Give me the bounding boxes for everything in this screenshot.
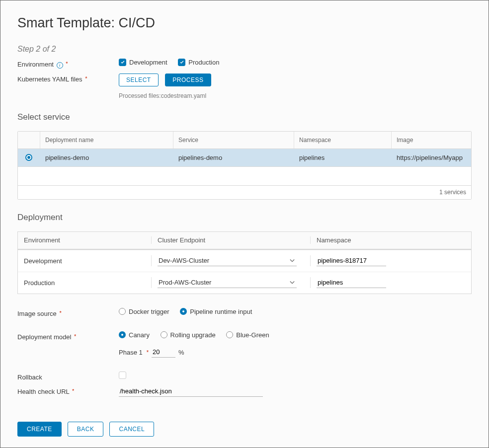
env-cell: Production	[18, 279, 151, 287]
table-row: Development Dev-AWS-Cluster	[18, 250, 471, 272]
blue-green-label: Blue-Green	[236, 331, 269, 339]
environment-options: Development Production	[119, 59, 228, 67]
info-icon[interactable]: i	[57, 62, 63, 69]
development-checkbox[interactable]: Development	[119, 59, 167, 66]
step-indicator: Step 2 of 2	[17, 45, 472, 54]
blue-green-radio[interactable]: Blue-Green	[226, 331, 269, 339]
rolling-upgrade-radio[interactable]: Rolling upgrade	[161, 331, 216, 339]
service-table: Deployment name Service Namespace Image …	[17, 131, 472, 200]
env-cell: Development	[18, 257, 151, 265]
process-button[interactable]: Process	[165, 74, 211, 86]
canary-radio[interactable]: Canary	[119, 331, 150, 339]
required-icon: *	[85, 75, 87, 81]
chevron-down-icon	[290, 280, 295, 285]
cell-image: https://pipelines/Myapp	[391, 149, 471, 166]
rollback-label: Rollback	[17, 372, 119, 381]
radio-icon	[119, 308, 126, 315]
cell-namespace: pipelines	[294, 149, 391, 166]
checkbox-icon	[178, 59, 185, 66]
select-button[interactable]: Select	[119, 74, 159, 86]
deployment-table: Environment Cluster Endpoint Namespace D…	[17, 231, 472, 294]
deployment-model-label: Deployment model *	[17, 331, 119, 341]
col-namespace[interactable]: Namespace	[294, 132, 391, 149]
percent-label: %	[178, 349, 184, 356]
canary-label: Canary	[129, 331, 150, 339]
create-button[interactable]: Create	[17, 422, 62, 437]
docker-trigger-radio[interactable]: Docker trigger	[119, 308, 169, 315]
table-row-empty	[18, 166, 471, 185]
environment-label-text: Environment	[17, 61, 54, 68]
health-check-row: Health check URL *	[17, 386, 472, 397]
yaml-controls: Select Process Processed files:codestrea…	[119, 74, 216, 99]
table-row[interactable]: pipelines-demo pipelines-demo pipelines …	[18, 149, 471, 166]
pipeline-runtime-radio[interactable]: Pipeline runtime input	[180, 308, 252, 315]
col-service[interactable]: Service	[173, 132, 294, 149]
yaml-label: Kubernetes YAML files *	[17, 74, 119, 83]
col-cluster: Cluster Endpoint	[151, 236, 310, 244]
chevron-down-icon	[290, 258, 295, 263]
cluster-select-dev[interactable]: Dev-AWS-Cluster	[158, 255, 297, 266]
radio-icon	[119, 331, 126, 338]
page-title: Smart Template: CI/CD	[17, 15, 472, 31]
cell-deployment: pipelines-demo	[40, 149, 173, 166]
image-source-row: Image source * Docker trigger Pipeline r…	[17, 308, 472, 317]
service-table-footer: 1 services	[18, 185, 471, 199]
phase-row: Phase 1 * %	[119, 347, 278, 358]
col-deployment-name[interactable]: Deployment name	[40, 132, 173, 149]
footer-actions: Create Back Cancel	[17, 422, 154, 437]
cell-service: pipelines-demo	[173, 149, 294, 166]
rollback-row: Rollback	[17, 372, 472, 381]
production-checkbox[interactable]: Production	[178, 59, 219, 66]
smart-template-page: Smart Template: CI/CD Step 2 of 2 Enviro…	[0, 0, 489, 448]
namespace-input-prod[interactable]	[317, 277, 386, 288]
cancel-button[interactable]: Cancel	[109, 422, 154, 437]
rolling-label: Rolling upgrade	[170, 331, 216, 339]
row-radio[interactable]	[25, 154, 32, 161]
back-button[interactable]: Back	[68, 422, 104, 437]
radio-icon	[180, 308, 187, 315]
image-source-label: Image source *	[17, 308, 119, 317]
pipeline-runtime-label: Pipeline runtime input	[190, 308, 252, 315]
phase-percent-input[interactable]	[152, 347, 175, 358]
col-environment: Environment	[18, 236, 151, 244]
deployment-table-header: Environment Cluster Endpoint Namespace	[18, 232, 471, 250]
image-source-options: Docker trigger Pipeline runtime input	[119, 308, 261, 317]
col-namespace: Namespace	[310, 236, 471, 244]
health-check-label-text: Health check URL	[17, 388, 69, 395]
docker-trigger-label: Docker trigger	[129, 308, 169, 315]
required-icon: *	[72, 388, 74, 394]
service-table-header: Deployment name Service Namespace Image	[18, 132, 471, 149]
image-source-label-text: Image source	[17, 310, 57, 317]
namespace-input-dev[interactable]	[317, 255, 386, 266]
cluster-select-value: Dev-AWS-Cluster	[159, 257, 209, 264]
cluster-select-prod[interactable]: Prod-AWS-Cluster	[158, 277, 297, 288]
processed-files-text: Processed files:codestream.yaml	[119, 92, 216, 99]
required-icon: *	[74, 333, 76, 339]
deployment-heading: Deployment	[17, 213, 472, 223]
development-label: Development	[129, 59, 167, 66]
deployment-model-label-text: Deployment model	[17, 333, 71, 341]
deployment-model-row: Deployment model * Canary Rolling upgrad…	[17, 331, 472, 358]
health-check-input[interactable]	[119, 386, 263, 397]
checkbox-icon	[119, 59, 126, 66]
production-label: Production	[188, 59, 219, 66]
rollback-checkbox[interactable]	[119, 372, 126, 379]
environment-label: Environment i *	[17, 59, 119, 69]
select-service-heading: Select service	[17, 112, 472, 122]
required-icon: *	[147, 349, 149, 355]
required-icon: *	[59, 310, 61, 316]
cluster-select-value: Prod-AWS-Cluster	[159, 279, 211, 286]
yaml-row: Kubernetes YAML files * Select Process P…	[17, 74, 472, 99]
required-icon: *	[66, 61, 68, 67]
radio-icon	[161, 331, 167, 338]
environment-row: Environment i * Development Production	[17, 59, 472, 69]
table-row: Production Prod-AWS-Cluster	[18, 272, 471, 294]
yaml-label-text: Kubernetes YAML files	[17, 75, 82, 83]
phase-label: Phase 1	[119, 349, 143, 356]
radio-icon	[226, 331, 233, 338]
health-check-label: Health check URL *	[17, 386, 119, 395]
col-image[interactable]: Image	[391, 132, 471, 149]
deployment-model-options: Canary Rolling upgrade Blue-Green Phase …	[119, 331, 278, 358]
